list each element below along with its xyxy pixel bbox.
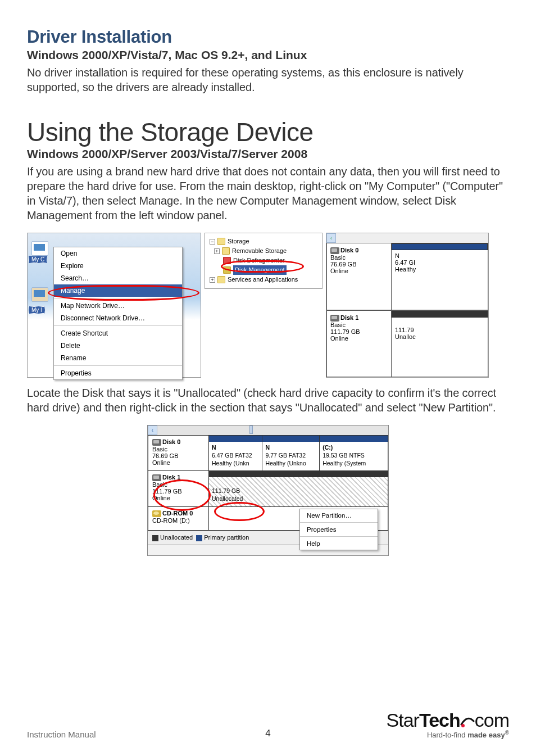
part-label: (C:) (322, 444, 333, 451)
part-label: N (265, 444, 270, 451)
brand-swoosh-icon (460, 713, 475, 728)
disk1-part-status: Unalloc (395, 333, 484, 340)
tagline-b: made easy (467, 731, 505, 739)
ctx-properties[interactable]: Properties (300, 523, 378, 536)
page-footer: Instruction Manual 4 StarTechcom Hard-to… (27, 709, 509, 739)
disk1-size: 111.79 GB (330, 328, 388, 335)
scroll-left-icon[interactable]: ‹ (326, 233, 336, 243)
page-number: 4 (265, 728, 270, 739)
part-size: 19.53 GB NTFS (322, 452, 365, 459)
dm-disk1-type: Basic (152, 481, 205, 488)
ctx-new-partition[interactable]: New Partition… (300, 509, 378, 522)
dm-cdrom-name: CD-ROM 0 (162, 510, 193, 517)
network-places-icon (30, 285, 50, 304)
brand-part-c: com (475, 709, 509, 731)
disk0-type: Basic (330, 254, 388, 261)
scroll-thumb[interactable] (249, 425, 253, 434)
part-size: 9.77 GB FAT32 (265, 452, 306, 459)
tree-disk-defragmenter[interactable]: Disk Defragmenter (207, 256, 320, 265)
part-health: Healthy (Unkno (265, 460, 306, 467)
partition-context-menu: New Partition… Properties Help (299, 509, 378, 550)
menu-search[interactable]: Search… (54, 272, 182, 284)
disk1-row: Disk 1 Basic 111.79 GB Online 111.79 Una… (326, 310, 488, 378)
disk0-size: 76.69 GB (330, 261, 388, 268)
disk0-part-label: N (395, 252, 484, 259)
disk0-row: Disk 0 Basic 76.69 GB Online N 6.47 GI H… (326, 243, 488, 310)
disk1-type: Basic (330, 322, 388, 328)
heading-driver-installation: Driver Installation (27, 27, 509, 47)
figure-row-1: My C My I Open Explore Search… Manage Ma… (27, 233, 509, 378)
menu-delete[interactable]: Delete (54, 339, 182, 352)
legend-swatch-primary (196, 535, 202, 541)
disk-icon (330, 315, 339, 322)
menu-manage[interactable]: Manage (54, 284, 182, 297)
menu-open[interactable]: Open (54, 247, 182, 260)
dm-disk0-size: 76.69 GB (152, 452, 205, 459)
tagline-a: Hard-to-find (427, 731, 467, 739)
brand-part-b: Tech (419, 709, 460, 731)
dm-disk0-name: Disk 0 (162, 438, 180, 445)
dm-disk0-status: Online (152, 459, 205, 466)
tree-removable-storage[interactable]: +Removable Storage (207, 246, 320, 256)
part-status: Unallocated (212, 495, 243, 502)
paragraph-unallocated: Locate the Disk that says it is "Unalloc… (27, 386, 509, 415)
subheading-os-list-a: Windows 2000/XP/Vista/7, Mac OS 9.2+, an… (27, 48, 509, 62)
dm-disk1-status: Online (152, 495, 205, 501)
scrollbar[interactable]: ‹ (326, 233, 488, 243)
menu-properties[interactable]: Properties (54, 367, 182, 379)
tree-services[interactable]: +Services and Applications (207, 275, 320, 284)
menu-create-shortcut[interactable]: Create Shortcut (54, 327, 182, 339)
disk1-part-size: 111.79 (395, 327, 484, 333)
legend-swatch-unallocated (152, 535, 158, 541)
screenshot-mycomputer-context: My C My I Open Explore Search… Manage Ma… (27, 233, 201, 378)
mycomputer-label: My C (29, 256, 47, 263)
disk0-part-health: Healthy (395, 266, 484, 273)
brand-logo: StarTechcom Hard-to-find made easy® (387, 709, 509, 739)
dm-disk1-unallocated[interactable]: 111.79 GB Unallocated (209, 471, 388, 506)
dm-disk1-name: Disk 1 (162, 474, 180, 481)
screenshot-disk-list: ‹ Disk 0 Basic 76.69 GB Online N 6.47 GI… (326, 233, 489, 378)
context-menu: Open Explore Search… Manage Map Network … (53, 247, 183, 380)
paragraph-no-driver: No driver installation is required for t… (27, 65, 509, 94)
scrollbar-top[interactable]: ‹ (148, 425, 388, 435)
part-health: Healthy (Unkn (212, 460, 249, 467)
dm-disk0-part3[interactable]: (C:) 19.53 GB NTFS Healthy (System (320, 436, 388, 470)
screenshot-tree: −Storage +Removable Storage Disk Defragm… (205, 233, 322, 289)
dm-disk0-type: Basic (152, 446, 205, 452)
subheading-os-list-b: Windows 2000/XP/Server 2003/Vista/7/Serv… (27, 147, 509, 161)
tree-disk-management[interactable]: Disk Management (207, 265, 320, 275)
mycomputer-icon (30, 239, 50, 258)
tree-storage[interactable]: −Storage (207, 237, 320, 246)
brand-part-a: Star (387, 709, 419, 731)
disk1-status: Online (330, 335, 388, 342)
disk-icon (330, 247, 339, 254)
menu-explore[interactable]: Explore (54, 260, 182, 272)
footer-manual-label: Instruction Manual (27, 730, 96, 739)
dm-disk0-row: Disk 0 Basic 76.69 GB Online N 6.47 GB F… (148, 435, 388, 471)
screenshot-disk-management-main: ‹ Disk 0 Basic 76.69 GB Online N 6.47 GB… (147, 425, 389, 556)
disk-icon (152, 439, 161, 446)
ctx-help[interactable]: Help (300, 537, 378, 550)
menu-rename[interactable]: Rename (54, 352, 182, 364)
disk0-part-size: 6.47 GI (395, 259, 484, 266)
part-health: Healthy (System (322, 460, 366, 467)
svg-point-0 (461, 724, 465, 727)
paragraph-prepare-drive: If you are using a brand new hard drive … (27, 164, 509, 223)
disk0-status: Online (330, 268, 388, 274)
scroll-left-icon[interactable]: ‹ (148, 425, 157, 435)
disk-icon (152, 474, 161, 481)
menu-disconnect-drive[interactable]: Disconnect Network Drive… (54, 312, 182, 324)
disk0-name: Disk 0 (340, 247, 358, 253)
legend-primary: Primary partition (204, 534, 249, 541)
dm-disk1-size: 111.79 GB (152, 488, 205, 495)
dm-disk0-part1[interactable]: N 6.47 GB FAT32 Healthy (Unkn (209, 436, 262, 470)
cdrom-icon (152, 510, 161, 517)
menu-map-drive[interactable]: Map Network Drive… (54, 300, 182, 312)
part-size: 6.47 GB FAT32 (212, 452, 252, 459)
legend-unallocated: Unallocated (160, 534, 193, 541)
dm-disk0-part2[interactable]: N 9.77 GB FAT32 Healthy (Unkno (262, 436, 320, 470)
dm-cdrom-sub: CD-ROM (D:) (152, 517, 205, 524)
network-label: My I (29, 306, 45, 314)
registered-mark: ® (505, 730, 509, 736)
heading-using-storage: Using the Storage Device (27, 117, 509, 147)
